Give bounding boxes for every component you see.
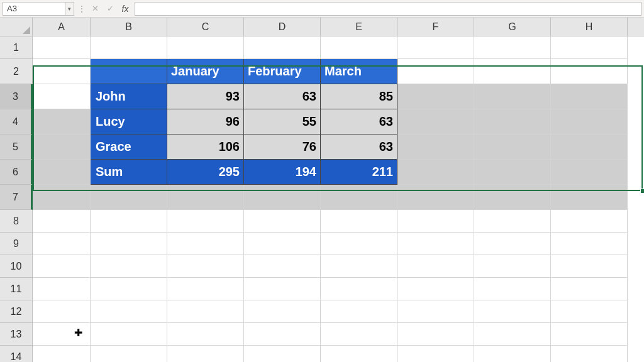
cell-d14[interactable] xyxy=(244,346,321,362)
cell-g7[interactable] xyxy=(474,185,551,210)
cell-f13[interactable] xyxy=(397,323,474,346)
cell-a10[interactable] xyxy=(33,255,91,278)
row-header-2[interactable]: 2 xyxy=(0,59,32,84)
cell-g3[interactable] xyxy=(474,84,551,109)
cell-b13[interactable] xyxy=(91,323,167,346)
row-header-7[interactable]: 7 xyxy=(0,185,33,210)
cell-f10[interactable] xyxy=(397,255,474,278)
cell-f9[interactable] xyxy=(397,233,474,255)
cell-h7[interactable] xyxy=(551,185,628,210)
cell-d13[interactable] xyxy=(244,323,321,346)
cell-e4[interactable]: 63 xyxy=(321,109,397,134)
cell-g5[interactable] xyxy=(474,134,551,160)
cell-a11[interactable] xyxy=(33,278,91,300)
cell-a4[interactable] xyxy=(33,109,91,134)
name-box[interactable]: A3 xyxy=(3,2,65,16)
cell-d12[interactable] xyxy=(244,300,321,323)
cell-b12[interactable] xyxy=(91,300,167,323)
cell-f6[interactable] xyxy=(397,160,474,185)
cancel-icon[interactable] xyxy=(89,3,101,14)
col-header-c[interactable]: C xyxy=(167,18,244,36)
cell-h10[interactable] xyxy=(551,255,628,278)
row-header-11[interactable]: 11 xyxy=(0,278,32,300)
cell-e10[interactable] xyxy=(321,255,397,278)
selection-fill-handle[interactable] xyxy=(640,189,644,194)
cell-d3[interactable]: 63 xyxy=(244,84,321,109)
cell-a14[interactable] xyxy=(33,346,91,362)
cell-g14[interactable] xyxy=(474,346,551,362)
cell-c10[interactable] xyxy=(167,255,244,278)
cell-a9[interactable] xyxy=(33,233,91,255)
row-header-8[interactable]: 8 xyxy=(0,210,32,233)
cell-d8[interactable] xyxy=(244,210,321,233)
cell-c8[interactable] xyxy=(167,210,244,233)
cell-c1[interactable] xyxy=(167,36,244,59)
cell-g9[interactable] xyxy=(474,233,551,255)
row-header-3[interactable]: 3 xyxy=(0,84,33,109)
col-header-d[interactable]: D xyxy=(244,18,321,36)
cell-e9[interactable] xyxy=(321,233,397,255)
row-header-9[interactable]: 9 xyxy=(0,233,32,255)
cell-b8[interactable] xyxy=(91,210,167,233)
cell-e6[interactable]: 211 xyxy=(321,160,397,185)
cell-f8[interactable] xyxy=(397,210,474,233)
cell-g13[interactable] xyxy=(474,323,551,346)
cell-d10[interactable] xyxy=(244,255,321,278)
cell-g2[interactable] xyxy=(474,59,551,84)
cell-f12[interactable] xyxy=(397,300,474,323)
cell-f3[interactable] xyxy=(397,84,474,109)
row-header-5[interactable]: 5 xyxy=(0,134,33,160)
cell-f5[interactable] xyxy=(397,134,474,160)
cell-f4[interactable] xyxy=(397,109,474,134)
cell-c9[interactable] xyxy=(167,233,244,255)
col-header-e[interactable]: E xyxy=(321,18,397,36)
cell-h12[interactable] xyxy=(551,300,628,323)
cell-h14[interactable] xyxy=(551,346,628,362)
cell-h11[interactable] xyxy=(551,278,628,300)
cell-d9[interactable] xyxy=(244,233,321,255)
formula-input[interactable] xyxy=(135,2,641,16)
cell-c3[interactable]: 93 xyxy=(167,84,244,109)
cell-d6[interactable]: 194 xyxy=(244,160,321,185)
col-header-f[interactable]: F xyxy=(397,18,474,36)
cell-a13[interactable] xyxy=(33,323,91,346)
col-header-h[interactable]: H xyxy=(551,18,628,36)
cell-d7[interactable] xyxy=(244,185,321,210)
cell-g8[interactable] xyxy=(474,210,551,233)
cell-h3[interactable] xyxy=(551,84,628,109)
cell-g1[interactable] xyxy=(474,36,551,59)
cell-h4[interactable] xyxy=(551,109,628,134)
cell-b9[interactable] xyxy=(91,233,167,255)
cell-c11[interactable] xyxy=(167,278,244,300)
cell-h5[interactable] xyxy=(551,134,628,160)
cell-a5[interactable] xyxy=(33,134,91,160)
row-header-4[interactable]: 4 xyxy=(0,109,33,134)
cell-g10[interactable] xyxy=(474,255,551,278)
cell-f1[interactable] xyxy=(397,36,474,59)
cell-c5[interactable]: 106 xyxy=(167,134,244,160)
cell-b2[interactable] xyxy=(91,59,167,84)
cell-b11[interactable] xyxy=(91,278,167,300)
row-header-6[interactable]: 6 xyxy=(0,160,33,185)
cell-e13[interactable] xyxy=(321,323,397,346)
col-header-b[interactable]: B xyxy=(91,18,167,36)
cell-d5[interactable]: 76 xyxy=(244,134,321,160)
cell-e7[interactable] xyxy=(321,185,397,210)
cell-g6[interactable] xyxy=(474,160,551,185)
cell-h1[interactable] xyxy=(551,36,628,59)
cell-g12[interactable] xyxy=(474,300,551,323)
cell-b10[interactable] xyxy=(91,255,167,278)
cell-c4[interactable]: 96 xyxy=(167,109,244,134)
cell-c12[interactable] xyxy=(167,300,244,323)
cell-a6[interactable] xyxy=(33,160,91,185)
row-header-1[interactable]: 1 xyxy=(0,36,32,59)
cell-a1[interactable] xyxy=(33,36,91,59)
cell-f2[interactable] xyxy=(397,59,474,84)
cell-d4[interactable]: 55 xyxy=(244,109,321,134)
col-header-g[interactable]: G xyxy=(474,18,551,36)
cell-b7[interactable] xyxy=(91,185,167,210)
cell-b6[interactable]: Sum xyxy=(91,160,167,185)
name-box-dropdown[interactable] xyxy=(65,2,74,16)
cell-b5[interactable]: Grace xyxy=(91,134,167,160)
insert-function-icon[interactable]: fx xyxy=(119,3,131,14)
